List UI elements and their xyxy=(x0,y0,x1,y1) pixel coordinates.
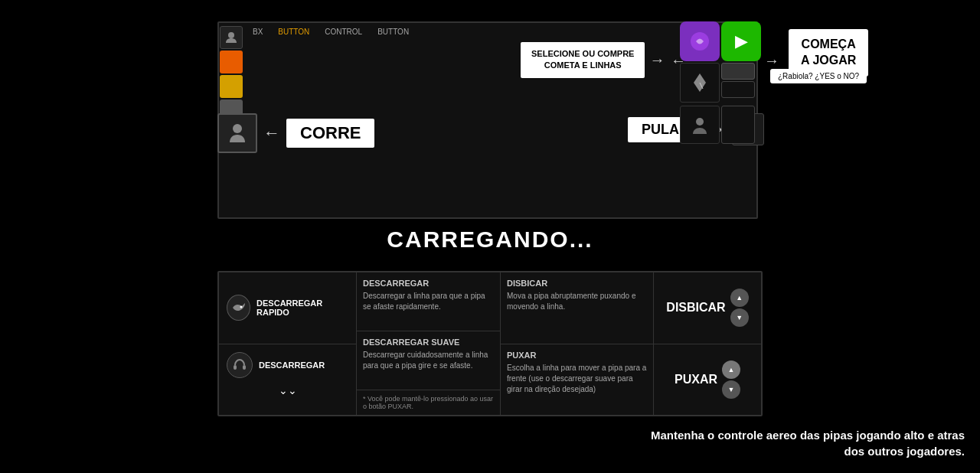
nav-button2[interactable]: BUTTON xyxy=(377,28,409,36)
puxar-scroll-down[interactable]: ▼ xyxy=(722,380,740,399)
icon-char-small2 xyxy=(680,106,720,144)
note-text: * Você pode mantê-lo pressionado ao usar… xyxy=(357,390,500,415)
scroll-down-icon[interactable]: ▼ xyxy=(730,308,749,327)
disbicar-title: DISBICAR xyxy=(507,279,647,288)
info-center-bottom: DESCARREGAR SUAVE Descarregar cuidadosam… xyxy=(357,331,500,390)
puxar-title: PUXAR xyxy=(507,351,647,360)
corre-section: ← CORRE xyxy=(217,113,374,153)
descarregar-label: DESCARREGAR xyxy=(259,360,325,370)
svg-rect-7 xyxy=(243,365,246,370)
sidebar-icon-yellow[interactable] xyxy=(220,75,243,98)
puxar-scroll-up[interactable]: ▲ xyxy=(722,360,740,379)
icon-small-bar xyxy=(721,63,755,80)
action-icon-fish xyxy=(227,295,250,321)
descarregar-title: DESCARREGAR xyxy=(363,279,494,288)
arrow-select: → xyxy=(649,51,665,69)
nav-bx[interactable]: BX xyxy=(253,28,263,36)
bottom-right-text: Mantenha o controle aereo das pipas joga… xyxy=(651,427,965,459)
info-center: DESCARREGAR Descarregar a linha para que… xyxy=(357,272,501,415)
game-nav: BX BUTTON CONTROL BUTTON xyxy=(245,21,735,41)
info-left: DESCARREGAR RAPIDO DESCARREGAR ⌄⌄ xyxy=(219,272,357,415)
game-icons-area: ▶ xyxy=(680,21,756,148)
info-right-bottom: PUXAR Escolha a linha para mover a pipa … xyxy=(501,344,653,416)
puxar-desc: Escolha a linha para mover a pipa para a… xyxy=(507,363,647,395)
descarregar-suave-desc: Descarregar cuidadosamente a linha para … xyxy=(363,350,494,371)
info-right-top: DISBICAR Mova a pipa abruptamente puxand… xyxy=(501,272,653,344)
rabiola-box: ¿Rabiola? ¿YES o NO? xyxy=(770,69,867,83)
svg-point-1 xyxy=(233,124,242,133)
svg-rect-6 xyxy=(234,365,237,370)
descarregar-suave-title: DESCARREGAR SUAVE xyxy=(363,338,494,347)
info-center-top: DESCARREGAR Descarregar a linha para que… xyxy=(357,272,500,331)
info-far-right: DISBICAR ▲ ▼ PUXAR ▲ ▼ xyxy=(654,272,761,415)
svg-point-0 xyxy=(228,32,234,38)
svg-point-5 xyxy=(240,306,242,308)
icon-extra xyxy=(721,106,755,144)
select-area: SELECIONE OU COMPRE COMETA E LINHAS → xyxy=(521,42,665,78)
nav-button1[interactable]: BUTTON xyxy=(278,28,309,36)
disbicar-desc: Mova a pipa abruptamente puxando e moven… xyxy=(507,291,647,312)
descarregar-desc: Descarregar a linha para que a pipa se a… xyxy=(363,291,494,312)
puxar-button[interactable]: PUXAR ▲ ▼ xyxy=(654,344,761,416)
info-left-top: DESCARREGAR RAPIDO xyxy=(219,272,356,344)
arrow-left-icons: ← xyxy=(671,52,686,70)
icon-play[interactable]: ▶ xyxy=(721,21,761,61)
icon-dark-box xyxy=(721,81,755,98)
character-icon xyxy=(217,113,257,153)
info-panel: DESCARREGAR RAPIDO DESCARREGAR ⌄⌄ DESCAR… xyxy=(217,271,763,416)
chevron-down-icon: ⌄⌄ xyxy=(279,384,297,396)
select-box[interactable]: SELECIONE OU COMPRE COMETA E LINHAS xyxy=(521,42,645,78)
arrow-right-icons: → xyxy=(764,52,779,70)
corre-label: CORRE xyxy=(286,119,374,148)
action-icon-headphone xyxy=(227,352,253,378)
disbicar-button[interactable]: DISBICAR ▲ ▼ xyxy=(654,272,761,344)
sidebar-icon-orange[interactable] xyxy=(220,51,243,73)
sidebar-icon-top[interactable] xyxy=(220,26,243,49)
info-left-bottom: DESCARREGAR ⌄⌄ xyxy=(219,344,356,416)
descarregar-rapido-label: DESCARREGAR RAPIDO xyxy=(256,298,348,317)
nav-control[interactable]: CONTROL xyxy=(325,28,362,36)
arrow-left-corre: ← xyxy=(263,123,280,143)
info-right: DISBICAR Mova a pipa abruptamente puxand… xyxy=(501,272,654,415)
loading-text: CARREGANDO... xyxy=(0,227,980,253)
scroll-up-icon[interactable]: ▲ xyxy=(730,289,749,307)
svg-point-4 xyxy=(696,118,704,126)
